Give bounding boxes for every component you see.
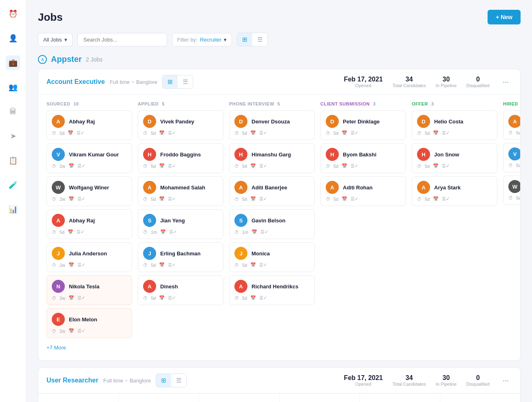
all-jobs-dropdown[interactable]: All Jobs ▾ xyxy=(38,33,73,46)
time-icon: ⏱ xyxy=(52,230,56,235)
more-link-sourced[interactable]: +7 More xyxy=(46,341,132,354)
table-row[interactable]: W Wolfgar ⏱5d xyxy=(503,176,520,205)
card-meta: ⏱1m 📅 ☰✓ xyxy=(234,229,309,235)
table-row[interactable]: D Vivek Pandey ⏱5d 📅 ☰✓ xyxy=(138,110,223,140)
table-row[interactable]: S Gavin Belson ⏱1m 📅 ☰✓ xyxy=(229,209,315,239)
stat-disqualified-value-researcher: 0 xyxy=(466,374,490,382)
job-grid-button-researcher[interactable]: ⊞ xyxy=(156,374,171,387)
table-row[interactable]: D Denver Dsouza ⏱5d 📅 ☰✓ xyxy=(229,110,315,140)
page-title: Jobs xyxy=(38,11,63,24)
table-row[interactable]: S Jian Yeng ⏱1m 📅 ☰✓ xyxy=(138,209,223,239)
stat-date-value: Feb 17, 2021 xyxy=(344,76,383,83)
calendar-icon: 📅 xyxy=(159,295,165,301)
col-label-sourced: SOURCED xyxy=(46,101,71,106)
table-row[interactable]: H Froddo Baggins ⏱5d 📅 ☰✓ xyxy=(138,143,223,173)
avatar: A xyxy=(52,115,65,128)
card-meta: ⏱5d 📅 ☰✓ xyxy=(234,262,309,268)
table-row[interactable]: A Aditi Banerjee ⏱5d 📅 ☰✓ xyxy=(229,176,315,206)
search-input[interactable] xyxy=(77,33,167,46)
kanban-col-hired: HIRED 3 A Abhay R ⏱5d V xyxy=(503,101,520,354)
table-row[interactable]: A Aditi Rohan ⏱5d 📅 ☰✓ xyxy=(320,176,406,206)
checklist-icon: ☰✓ xyxy=(168,262,176,268)
table-row[interactable]: A Richard Hendrikcs ⏱5d 📅 ☰✓ xyxy=(229,275,315,305)
stat-total-label-researcher: Total Candidates xyxy=(393,382,426,387)
table-row[interactable]: A Abhay R ⏱5d xyxy=(503,110,520,140)
job-list-button-researcher[interactable]: ☰ xyxy=(171,374,186,387)
time-icon: ⏱ xyxy=(508,196,513,200)
calendar-icon: 📅 xyxy=(433,163,439,169)
table-row[interactable]: J Monica ⏱5d 📅 ☰✓ xyxy=(229,242,315,272)
bank-icon[interactable]: 🏛 xyxy=(6,104,20,119)
chart-icon[interactable]: 📊 xyxy=(6,202,20,217)
user-icon[interactable]: 👤 xyxy=(6,31,20,46)
avatar: A xyxy=(52,214,65,227)
job-title-section: Account Executive Full time ● Banglore ⊞… xyxy=(46,75,193,89)
card-meta: ⏱5d 📅 ☰✓ xyxy=(52,229,127,235)
clock-icon[interactable]: ⏰ xyxy=(6,7,20,21)
table-row[interactable]: H Himanshu Garg ⏱5d 📅 ☰✓ xyxy=(229,143,315,173)
table-row[interactable]: E Elon Melon ⏱2w 📅 ☰✓ xyxy=(46,308,132,338)
notes-icon[interactable]: 📋 xyxy=(6,153,20,168)
table-row[interactable]: A Arya Stark ⏱5d 📅 ☰✓ xyxy=(412,176,497,206)
new-button[interactable]: + New xyxy=(488,10,521,24)
table-row[interactable]: W Wolfgang Winer ⏱2w 📅 ☰✓ xyxy=(46,176,132,206)
card-meta: ⏱2w 📅 ☰✓ xyxy=(52,295,127,301)
stat-date-researcher: Feb 17, 2021 Opened xyxy=(344,374,383,387)
table-row[interactable]: A Mohammed Salah ⏱5d 📅 ☰✓ xyxy=(138,176,223,206)
table-row[interactable]: N Nikola Tesla ⏱2w 📅 ☰✓ xyxy=(46,275,132,305)
calendar-icon: 📅 xyxy=(250,196,256,202)
time-icon: ⏱ xyxy=(52,296,56,301)
company-toggle[interactable]: ∧ xyxy=(38,55,47,64)
flask-icon[interactable]: 🧪 xyxy=(6,178,20,192)
table-row[interactable]: V Vikram ⏱5d xyxy=(503,143,520,172)
table-row[interactable]: A Dinesh ⏱5d 📅 ☰✓ xyxy=(138,275,223,305)
calendar-icon: 📅 xyxy=(68,328,74,334)
table-row[interactable]: A Abhay Raj ⏱5d 📅 ☰✓ xyxy=(46,110,132,140)
table-row[interactable]: J Julia Anderson ⏱2w 📅 ☰✓ xyxy=(46,242,132,272)
job-more-button[interactable]: ··· xyxy=(499,76,512,88)
stat-pipeline-researcher: 30 In Pipeline xyxy=(436,374,457,387)
table-row[interactable]: H Jon Snow ⏱5d 📅 ☰✓ xyxy=(412,143,497,173)
checklist-icon: ☰✓ xyxy=(442,163,450,169)
job-grid-button[interactable]: ⊞ xyxy=(163,75,178,88)
candidate-name: Nikola Tesla xyxy=(69,283,99,290)
send-icon[interactable]: ➤ xyxy=(6,129,20,143)
stat-pipeline-label: In Pipeline xyxy=(436,83,457,88)
stat-total-value: 34 xyxy=(393,76,426,83)
checklist-icon: ☰✓ xyxy=(442,130,450,136)
table-row[interactable]: J Erling Bachman ⏱5d 📅 ☰✓ xyxy=(138,242,223,272)
kanban-board: SOURCED 10 A Abhay Raj ⏱5d 📅 ☰✓ xyxy=(38,95,520,360)
checklist-icon: ☰✓ xyxy=(259,130,267,136)
table-row[interactable]: H Byom Bakshi ⏱5d 📅 ☰✓ xyxy=(320,143,406,173)
filter-by-dropdown[interactable]: Filter by: Recruiter ▾ xyxy=(172,33,232,46)
table-row[interactable]: A Abhay Raj ⏱5d 📅 ☰✓ xyxy=(46,209,132,239)
candidate-name: Wolfgang Winer xyxy=(69,185,109,191)
avatar: W xyxy=(508,180,520,193)
card-meta: ⏱5d 📅 ☰✓ xyxy=(234,196,309,202)
col-label-phone-interview: PHONE INTERVIEW xyxy=(229,101,274,106)
candidate-name: Aditi Rohan xyxy=(343,185,373,191)
summary-applied: 90 Applied xyxy=(119,394,199,402)
avatar: S xyxy=(143,214,156,227)
job-type-researcher: Full time xyxy=(103,378,123,384)
job-more-button-researcher[interactable]: ··· xyxy=(499,375,512,387)
table-row[interactable]: D Peter Dinklage ⏱5d 📅 ☰✓ xyxy=(320,110,406,140)
calendar-icon: 📅 xyxy=(342,163,347,169)
summary-hired: 12 Hired xyxy=(440,394,520,402)
card-meta: ⏱5d xyxy=(508,163,520,168)
contacts-icon[interactable]: 👥 xyxy=(6,80,20,94)
stat-disqualified-researcher: 0 Disqualified xyxy=(466,374,490,387)
checklist-icon: ☰✓ xyxy=(77,130,84,136)
table-row[interactable]: V Vikram Kumar Gour ⏱2w 📅 ☰✓ xyxy=(46,143,132,173)
table-row[interactable]: D Helio Costa ⏱5d 📅 ☰✓ xyxy=(412,110,497,140)
checklist-icon: ☰✓ xyxy=(259,262,267,268)
calendar-icon: 📅 xyxy=(68,130,73,136)
briefcase-icon[interactable]: 💼 xyxy=(6,55,20,70)
job-location-researcher: Banglore xyxy=(130,378,151,384)
checklist-icon: ☰✓ xyxy=(259,196,267,202)
list-view-button[interactable]: ☰ xyxy=(252,33,267,46)
calendar-icon: 📅 xyxy=(68,262,74,268)
calendar-icon: 📅 xyxy=(68,229,73,235)
grid-view-button[interactable]: ⊞ xyxy=(237,33,252,46)
job-list-button[interactable]: ☰ xyxy=(178,75,193,88)
